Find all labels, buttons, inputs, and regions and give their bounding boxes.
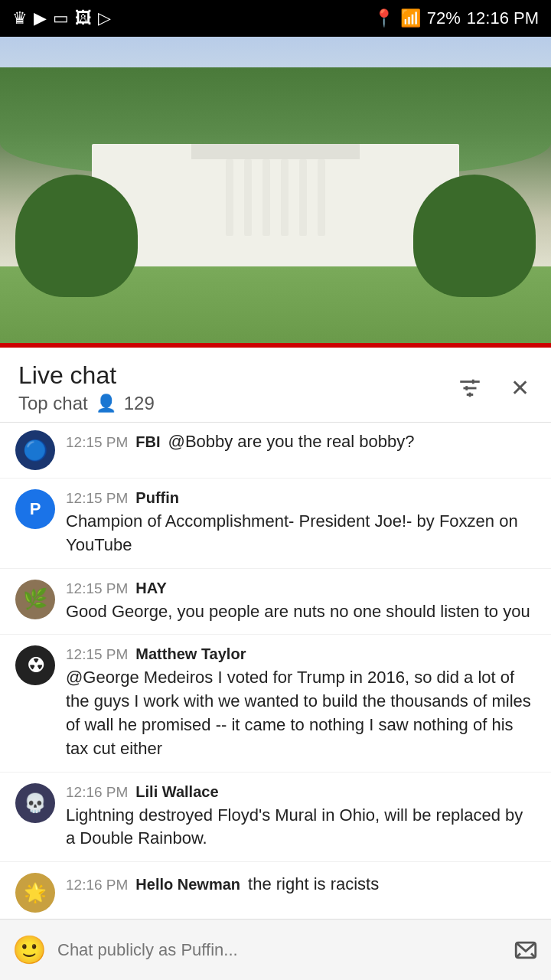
message-text: the right is racists (248, 873, 379, 897)
message-text: @George Medeiros I voted for Trump in 20… (66, 666, 536, 760)
status-bar: ♛ ▶ ▭ 🖼 ▷ 📍 📶 72% 12:16 PM (0, 0, 551, 37)
send-button[interactable] (513, 937, 539, 963)
avatar: ☢ (15, 645, 55, 685)
avatar: P (15, 489, 55, 529)
viewer-count: 129 (124, 393, 155, 414)
top-chat-label[interactable]: Top chat (18, 393, 88, 414)
message-content: 12:15 PM Puffin Champion of Accomplishme… (66, 489, 536, 557)
viewer-icon: 👤 (96, 394, 116, 413)
emoji-button[interactable]: 🙂 (12, 934, 47, 966)
status-left-icons: ♛ ▶ ▭ 🖼 ▷ (12, 8, 111, 28)
live-chat-title: Live chat (18, 361, 155, 390)
chat-input-bar: 🙂 (0, 919, 551, 980)
message-content: 12:15 PM HAY Good George, you people are… (66, 580, 536, 624)
play-icon: ▷ (98, 8, 111, 28)
live-chat-header: Live chat Top chat 👤 129 ✕ (0, 348, 551, 422)
header-actions: ✕ (454, 371, 533, 404)
avatar: 🌟 (15, 873, 55, 913)
battery-text: 72% (427, 8, 461, 28)
message-time: 12:15 PM (66, 580, 128, 597)
chat-message: 💀 12:16 PM Lili Wallace Lightning destro… (0, 773, 551, 863)
message-text: Champion of Accomplishment- President Jo… (66, 510, 536, 557)
message-text: Good George, you people are nuts no one … (66, 600, 536, 624)
message-author: HAY (135, 580, 166, 597)
time-display: 12:16 PM (467, 8, 539, 28)
avatar: 💀 (15, 783, 55, 823)
message-time: 12:16 PM (66, 784, 128, 801)
message-time: 12:16 PM (66, 877, 128, 893)
chat-message-list: 🔵 12:15 PM FBI @Bobby are you the real b… (0, 423, 551, 980)
chat-message: 🔵 12:15 PM FBI @Bobby are you the real b… (0, 423, 551, 479)
chat-message: ☢ 12:15 PM Matthew Taylor @George Medeir… (0, 635, 551, 772)
message-time: 12:15 PM (66, 434, 128, 451)
message-time: 12:15 PM (66, 490, 128, 507)
message-author: FBI (135, 433, 160, 451)
message-time: 12:15 PM (66, 646, 128, 663)
sim-icon: ▭ (53, 8, 69, 28)
message-content: 12:15 PM FBI @Bobby are you the real bob… (66, 430, 536, 457)
location-icon: 📍 (373, 8, 394, 28)
wifi-icon: 📶 (400, 8, 421, 28)
message-author: Puffin (135, 489, 179, 507)
filter-button[interactable] (454, 372, 486, 404)
message-content: 12:16 PM Lili Wallace Lightning destroye… (66, 783, 536, 851)
message-author: Lili Wallace (135, 783, 218, 801)
chat-message: P 12:15 PM Puffin Champion of Accomplish… (0, 479, 551, 569)
avatar: 🔵 (15, 430, 55, 470)
chat-message: 🌟 12:16 PM Hello Newman the right is rac… (0, 862, 551, 924)
image-icon: 🖼 (75, 8, 92, 28)
video-player[interactable] (0, 37, 551, 343)
message-author: Matthew Taylor (135, 645, 246, 663)
message-content: 12:16 PM Hello Newman the right is racis… (66, 873, 536, 900)
youtube-icon: ▶ (34, 8, 47, 28)
chat-message: 🌿 12:15 PM HAY Good George, you people a… (0, 569, 551, 635)
status-right-info: 📍 📶 72% 12:16 PM (373, 8, 539, 28)
avatar: 🌿 (15, 580, 55, 619)
message-author: Hello Newman (135, 876, 240, 893)
message-text: @Bobby are you the real bobby? (168, 430, 415, 454)
chat-input[interactable] (57, 940, 502, 960)
crown-icon: ♛ (12, 8, 28, 28)
message-text: Lightning destroyed Floyd's Mural in Ohi… (66, 804, 536, 851)
message-content: 12:15 PM Matthew Taylor @George Medeiros… (66, 645, 536, 760)
close-button[interactable]: ✕ (507, 371, 533, 404)
